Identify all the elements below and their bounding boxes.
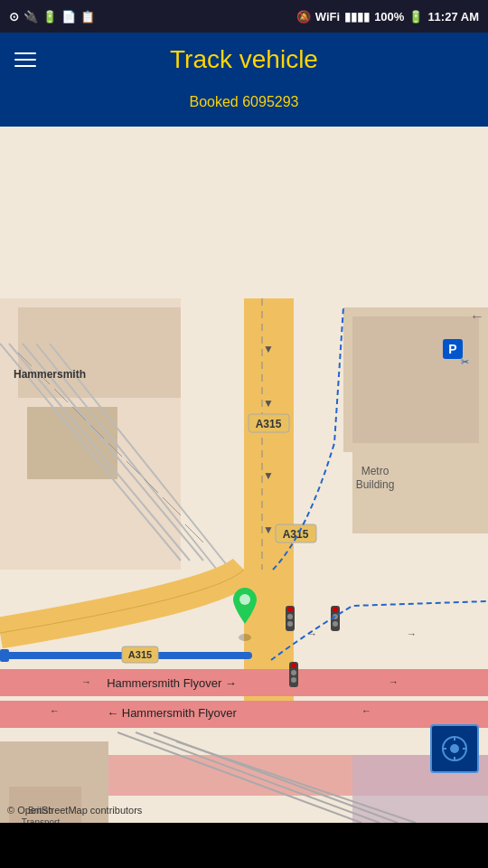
attribution: © OpenStreetMap contributors [7, 805, 142, 816]
svg-point-45 [291, 663, 296, 668]
svg-text:Metro: Metro [361, 465, 389, 477]
map-container[interactable]: ▼ ▼ ▼ ▼ A315 A315 [0, 127, 488, 823]
svg-point-39 [287, 621, 293, 627]
svg-text:A315: A315 [256, 418, 282, 430]
map-svg: ▼ ▼ ▼ ▼ A315 A315 [0, 127, 488, 823]
svg-text:← Hammersmith Flyover: ← Hammersmith Flyover [107, 706, 237, 720]
svg-text:▼: ▼ [263, 343, 274, 355]
svg-text:Transport: Transport [22, 817, 61, 823]
wifi-icon: WiFi [315, 10, 340, 24]
svg-text:→: → [389, 676, 399, 687]
menu-bar-1 [14, 52, 36, 54]
clock: 11:27 AM [427, 10, 479, 24]
svg-text:Hammersmith Flyover →: Hammersmith Flyover → [107, 676, 237, 690]
svg-point-46 [291, 670, 296, 675]
status-icons-right: 🔕 WiFi ▮▮▮▮ 100% 🔋 11:27 AM [296, 10, 479, 24]
svg-text:→: → [407, 628, 417, 639]
svg-text:Building: Building [356, 478, 395, 491]
svg-text:▼: ▼ [263, 469, 274, 482]
svg-text:←: ← [361, 705, 371, 716]
svg-text:→: → [307, 628, 317, 639]
usb-icon: 🔌 [23, 10, 38, 24]
location-icon [441, 735, 468, 762]
svg-point-38 [287, 614, 293, 619]
svg-text:▼: ▼ [263, 397, 274, 410]
location-status-icon: ⊙ [9, 10, 19, 24]
svg-text:←: ← [50, 705, 60, 716]
svg-text:P: P [448, 342, 456, 356]
svg-point-43 [333, 621, 338, 627]
header: Track vehicle Booked 6095293 [0, 33, 488, 127]
doc-icon: 📄 [61, 10, 76, 24]
svg-rect-32 [0, 669, 488, 696]
booking-info: Booked 6095293 [0, 87, 488, 127]
mute-icon: 🔕 [296, 10, 311, 24]
svg-rect-35 [0, 649, 9, 662]
location-button[interactable] [430, 724, 479, 773]
svg-text:▼: ▼ [263, 524, 274, 536]
svg-point-47 [291, 677, 296, 683]
svg-text:←: ← [470, 308, 484, 324]
battery-icon: 🔋 [408, 10, 423, 24]
svg-rect-20 [352, 316, 479, 443]
menu-button[interactable] [14, 52, 36, 67]
page-title: Track vehicle [170, 45, 318, 74]
battery-indicator-icon: 🔋 [42, 10, 57, 24]
svg-text:→: → [81, 676, 91, 687]
header-top: Track vehicle [0, 33, 488, 87]
svg-rect-33 [0, 701, 488, 728]
menu-bar-3 [14, 65, 36, 67]
svg-text:A315: A315 [128, 649, 152, 660]
svg-point-79 [450, 744, 459, 753]
status-bar: ⊙ 🔌 🔋 📄 📋 🔕 WiFi ▮▮▮▮ 100% 🔋 11:27 AM [0, 0, 488, 33]
clipboard-icon: 📋 [80, 10, 95, 24]
svg-point-41 [333, 607, 338, 612]
svg-point-63 [239, 634, 251, 641]
signal-icon: ▮▮▮▮ [344, 10, 370, 24]
svg-text:✂: ✂ [461, 356, 469, 367]
status-icons-left: ⊙ 🔌 🔋 📄 📋 [9, 10, 95, 24]
battery-percent: 100% [374, 10, 404, 24]
menu-bar-2 [14, 59, 36, 61]
svg-point-37 [287, 607, 293, 612]
svg-text:Hammersmith: Hammersmith [14, 368, 86, 381]
svg-point-64 [239, 594, 250, 605]
svg-rect-22 [244, 298, 294, 714]
